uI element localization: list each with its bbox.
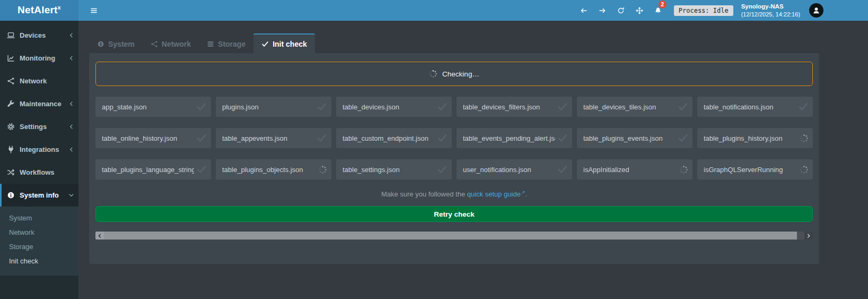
horizontal-scrollbar[interactable] — [95, 232, 813, 240]
sidebar-subitem-network[interactable]: Network — [0, 225, 78, 240]
init-check-pane: Checking… app_state.jsonplugins.jsontabl… — [89, 53, 819, 264]
sidebar-item-label: System info — [20, 191, 68, 199]
check-card: table_settings.json — [336, 159, 452, 180]
tab-label: System — [108, 40, 135, 48]
check-card-label: user_notifications.json — [463, 166, 531, 174]
app-logo[interactable]: NetAlertx — [0, 0, 78, 21]
check-card-label: table_plugins_objects.json — [222, 166, 303, 174]
check-icon — [437, 101, 448, 112]
info-circle-icon — [97, 40, 104, 48]
sidebar-item-system-info[interactable]: System info — [0, 184, 78, 207]
check-icon — [196, 133, 207, 143]
check-card: table_online_history.json — [95, 128, 211, 148]
body-row: DevicesMonitoringNetworkMaintenanceSetti… — [0, 21, 868, 299]
check-card: table_plugins_events.json — [577, 128, 692, 148]
tab-bar: SystemNetworkStorageInit check — [89, 33, 819, 53]
sidebar-item-label: Devices — [20, 31, 68, 39]
check-icon — [557, 164, 568, 175]
navbar-right: 2 Process: Idle Synology-NAS (12/12/2025… — [576, 0, 861, 21]
check-card-label: isAppInitialized — [583, 166, 629, 174]
bars-icon — [90, 7, 98, 14]
sidebar-item-maintenance[interactable]: Maintenance — [0, 92, 78, 115]
scroll-right-button[interactable] — [804, 232, 813, 240]
arrows-move-icon — [636, 7, 643, 14]
scrollbar-thumb[interactable] — [104, 232, 797, 240]
tab-label: Network — [162, 40, 191, 48]
nav-forward-button[interactable] — [594, 0, 610, 21]
check-card: table_plugins_history.json — [697, 128, 813, 148]
check-icon — [437, 133, 448, 143]
check-icon — [261, 40, 269, 48]
check-card-label: table_plugins_language_strings.json — [102, 166, 194, 174]
setup-note-prefix: Make sure you followed the — [381, 190, 467, 198]
sidebar-item-label: Integrations — [20, 146, 68, 153]
server-icon — [207, 40, 214, 48]
check-icon — [196, 164, 207, 175]
tab-label: Init check — [273, 40, 307, 48]
notification-badge: 2 — [659, 1, 667, 8]
check-card: table_custom_endpoint.json — [336, 128, 452, 148]
sidebar-item-label: Settings — [20, 123, 68, 131]
check-card-label: table_plugins_history.json — [704, 134, 783, 142]
top-navbar: NetAlertx 2 Process: Idle Synology-NAS (… — [0, 0, 868, 21]
check-card: table_devices.json — [336, 97, 452, 117]
chevron-left-icon — [97, 233, 102, 238]
check-card-label: app_state.json — [102, 103, 147, 111]
tab-storage[interactable]: Storage — [199, 33, 253, 53]
fullscreen-button[interactable] — [632, 0, 647, 21]
host-info: Synology-NAS (12/12/2025, 14:22:16) — [741, 3, 800, 18]
host-name: Synology-NAS — [741, 3, 800, 11]
check-card-label: table_devices_tiles.json — [583, 103, 656, 111]
checking-status-box: Checking… — [95, 62, 813, 86]
sidebar-item-devices[interactable]: Devices — [0, 24, 78, 47]
sidebar-toggle-button[interactable] — [86, 0, 102, 21]
check-icon — [678, 133, 688, 143]
retry-check-button[interactable]: Retry check — [95, 206, 813, 222]
scroll-left-button[interactable] — [95, 232, 104, 240]
quick-setup-guide-link[interactable]: quick setup guide↗ — [467, 190, 525, 198]
tab-network[interactable]: Network — [143, 33, 199, 53]
user-icon — [812, 6, 820, 14]
content-area: SystemNetworkStorageInit check Checking…… — [78, 21, 868, 299]
sidebar-item-network[interactable]: Network — [0, 70, 78, 92]
sidebar-submenu: SystemNetworkStorageInit check — [0, 207, 78, 276]
check-card: table_devices_tiles.json — [577, 97, 692, 117]
nav-back-button[interactable] — [576, 0, 592, 21]
sidebar: DevicesMonitoringNetworkMaintenanceSetti… — [0, 21, 78, 299]
gear-icon — [7, 123, 15, 131]
tab-system[interactable]: System — [89, 33, 143, 53]
user-avatar[interactable] — [809, 3, 823, 18]
navbar: 2 Process: Idle Synology-NAS (12/12/2025… — [78, 0, 868, 21]
app-root: NetAlertx 2 Process: Idle Synology-NAS (… — [0, 0, 868, 299]
checking-label: Checking… — [442, 70, 479, 78]
sidebar-item-integrations[interactable]: Integrations — [0, 138, 78, 161]
check-icon — [437, 164, 448, 175]
sidebar-item-workflows[interactable]: Workflows — [0, 161, 78, 184]
check-card: table_devices_filters.json — [457, 97, 572, 117]
setup-note-suffix: . — [525, 190, 527, 198]
arrow-left-icon — [580, 7, 588, 14]
check-icon — [557, 133, 568, 143]
check-card-label: isGraphQLServerRunning — [704, 166, 783, 174]
sidebar-item-settings[interactable]: Settings — [0, 115, 78, 138]
check-card-label: table_settings.json — [343, 166, 400, 174]
sidebar-item-label: Monitoring — [20, 54, 68, 62]
refresh-button[interactable] — [613, 0, 629, 21]
check-card: table_events_pending_alert.json — [457, 128, 572, 148]
chevron-left-icon — [68, 147, 74, 152]
sidebar-item-monitoring[interactable]: Monitoring — [0, 47, 78, 70]
sidebar-subitem-storage[interactable]: Storage — [0, 240, 78, 254]
check-card-label: table_devices.json — [343, 103, 399, 111]
chevron-left-icon — [68, 55, 74, 61]
check-icon — [678, 101, 688, 112]
notifications-button[interactable]: 2 — [650, 0, 666, 21]
check-icon — [317, 101, 327, 112]
check-card: isGraphQLServerRunning — [697, 159, 813, 180]
tab-init-check[interactable]: Init check — [253, 33, 315, 53]
check-card: table_appevents.json — [216, 128, 331, 148]
sidebar-subitem-system[interactable]: System — [0, 211, 78, 225]
chevron-left-icon — [68, 32, 74, 38]
host-timestamp: (12/12/2025, 14:22:16) — [741, 11, 800, 18]
sidebar-subitem-init-check[interactable]: Init check — [0, 254, 78, 268]
share-nodes-icon — [7, 77, 15, 85]
